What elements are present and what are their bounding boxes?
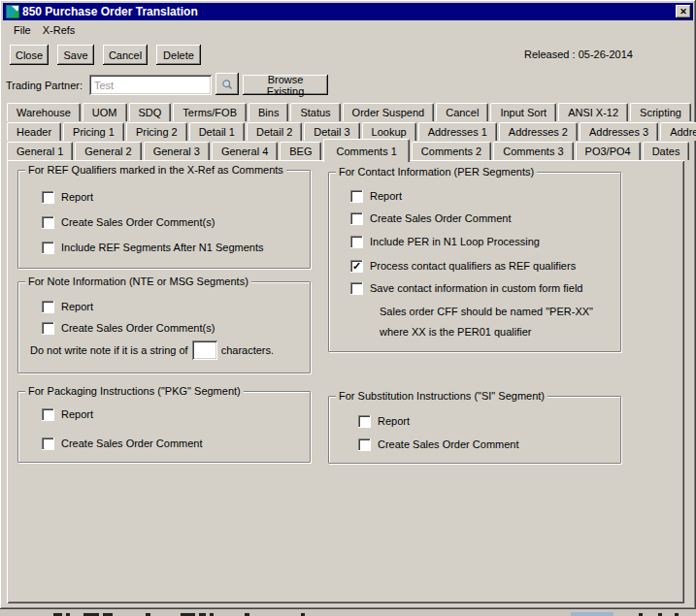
tab-row-3: General 1 General 2 General 3 General 4 … <box>7 142 689 160</box>
trading-partner-input[interactable] <box>89 75 212 95</box>
tab-status[interactable]: Status <box>290 103 340 121</box>
si-report-checkbox[interactable] <box>358 415 371 428</box>
tab-header[interactable]: Header <box>7 122 61 141</box>
group-note-information: For Note Information (NTE or MSG Segment… <box>17 281 311 373</box>
tab-po3-po4[interactable]: PO3/PO4 <box>576 142 641 160</box>
tab-addresses-4[interactable]: Addresses 4 <box>660 122 696 141</box>
tab-cancel[interactable]: Cancel <box>436 103 488 121</box>
ref-include-after-n1-label: Include REF Segments After N1 Segments <box>61 242 264 253</box>
per-cff-note-line-2: where XX is the PER01 qualifier <box>380 326 532 338</box>
pkg-create-comment-checkbox[interactable] <box>42 438 54 450</box>
close-icon[interactable] <box>676 5 691 18</box>
tab-terms-fob[interactable]: Terms/FOB <box>173 103 247 121</box>
group-contact-information-title: For Contact Information (PER Segments) <box>336 166 537 178</box>
dialog-window: 850 Purchase Order Translation File X-Re… <box>0 0 696 609</box>
group-note-information-title: For Note Information (NTE or MSG Segment… <box>25 276 251 287</box>
group-ref-qualifiers: For REF Qualifiers marked in the X-Ref a… <box>17 170 311 269</box>
tab-warehouse[interactable]: Warehouse <box>7 103 81 121</box>
nte-report-label: Report <box>61 301 93 312</box>
si-create-comment-checkbox[interactable] <box>358 438 371 451</box>
group-packaging-instructions-title: For Packaging Instructions ("PKG" Segmen… <box>25 385 244 397</box>
ref-report-label: Report <box>61 191 93 203</box>
group-substitution-instructions-title: For Substitution Instructions ("SI" Segm… <box>336 390 547 402</box>
group-substitution-instructions: For Substitution Instructions ("SI" Segm… <box>328 396 621 464</box>
per-report-checkbox[interactable] <box>350 190 363 203</box>
title-bar: 850 Purchase Order Translation <box>3 3 693 20</box>
tab-input-sort[interactable]: Input Sort <box>490 103 556 121</box>
per-include-n1-loop-checkbox[interactable] <box>350 236 363 248</box>
menu-file[interactable]: File <box>8 22 37 38</box>
cancel-button[interactable]: Cancel <box>103 45 148 65</box>
si-report-label: Report <box>378 415 410 427</box>
save-button[interactable]: Save <box>57 45 94 65</box>
tab-general-2[interactable]: General 2 <box>75 142 141 160</box>
ref-create-comments-label: Create Sales Order Comment(s) <box>61 216 215 228</box>
per-report-label: Report <box>370 190 402 202</box>
comments-1-panel: For REF Qualifiers marked in the X-Ref a… <box>7 160 684 603</box>
tab-pricing-2[interactable]: Pricing 2 <box>126 122 187 141</box>
ref-include-after-n1-checkbox[interactable] <box>42 242 54 254</box>
tab-scripting[interactable]: Scripting <box>630 103 691 121</box>
tab-comments-1[interactable]: Comments 1 <box>323 139 409 162</box>
tab-sdq[interactable]: SDQ <box>129 103 172 121</box>
search-button[interactable] <box>215 73 239 95</box>
tab-dates[interactable]: Dates <box>643 142 690 160</box>
tab-detail-2[interactable]: Detail 2 <box>247 122 302 141</box>
window-title: 850 Purchase Order Translation <box>22 5 676 18</box>
per-process-as-ref-checkbox[interactable] <box>350 260 363 273</box>
note-string-length-input[interactable] <box>192 340 217 360</box>
group-ref-qualifiers-title: For REF Qualifiers marked in the X-Ref a… <box>25 164 286 176</box>
pkg-report-label: Report <box>61 408 93 420</box>
delete-button[interactable]: Delete <box>156 45 201 65</box>
tab-addresses-2[interactable]: Addresses 2 <box>499 122 578 141</box>
group-contact-information: For Contact Information (PER Segments) R… <box>328 172 621 352</box>
nte-create-comments-label: Create Sales Order Comment(s) <box>61 322 215 334</box>
pkg-create-comment-label: Create Sales Order Comment <box>61 438 203 449</box>
tab-general-1[interactable]: General 1 <box>7 142 73 160</box>
tab-ansi-x12[interactable]: ANSI X-12 <box>558 103 628 121</box>
tab-general-3[interactable]: General 3 <box>144 142 210 160</box>
tab-pricing-1[interactable]: Pricing 1 <box>63 122 124 141</box>
toolbar: Close Save Cancel Delete <box>10 45 201 65</box>
per-cff-note-line-1: Sales order CFF should be named "PER-XX" <box>380 306 593 317</box>
per-include-n1-loop-label: Include PER in N1 Loop Processing <box>370 236 540 247</box>
trading-partner-label: Trading Partner: <box>6 80 83 91</box>
tab-bins[interactable]: Bins <box>249 103 288 121</box>
background-window-fragment <box>0 609 696 616</box>
tab-addresses-3[interactable]: Addresses 3 <box>580 122 658 141</box>
tab-detail-1[interactable]: Detail 1 <box>189 122 245 141</box>
search-icon <box>221 77 233 92</box>
pkg-report-checkbox[interactable] <box>42 408 54 421</box>
tab-row-1: Warehouse UOM SDQ Terms/FOB Bins Status … <box>7 103 691 121</box>
group-packaging-instructions: For Packaging Instructions ("PKG" Segmen… <box>17 391 311 463</box>
note-string-suffix-label: characters. <box>221 344 274 356</box>
note-string-prefix-label: Do not write note if it is a string of <box>30 344 188 356</box>
ref-report-checkbox[interactable] <box>42 191 54 204</box>
nte-create-comments-checkbox[interactable] <box>42 322 54 335</box>
per-create-comment-label: Create Sales Order Comment <box>370 212 512 224</box>
per-save-custom-field-checkbox[interactable] <box>350 282 363 295</box>
tab-addresses-1[interactable]: Addresses 1 <box>418 122 497 141</box>
per-process-as-ref-label: Process contact qualifiers as REF qualif… <box>370 260 576 272</box>
tab-comments-3[interactable]: Comments 3 <box>493 142 573 160</box>
tab-general-4[interactable]: General 4 <box>212 142 278 160</box>
menu-x-refs[interactable]: X-Refs <box>37 22 82 38</box>
per-save-custom-field-label: Save contact information in custom form … <box>370 282 582 294</box>
released-date-label: Released : 05-26-2014 <box>524 49 633 60</box>
close-button[interactable]: Close <box>10 45 49 65</box>
nte-report-checkbox[interactable] <box>42 301 54 313</box>
ref-create-comments-checkbox[interactable] <box>42 216 54 229</box>
app-icon <box>6 5 19 18</box>
tab-order-suspend[interactable]: Order Suspend <box>343 103 435 121</box>
tab-uom[interactable]: UOM <box>83 103 127 121</box>
tab-comments-2[interactable]: Comments 2 <box>412 142 491 160</box>
si-create-comment-label: Create Sales Order Comment <box>378 438 519 450</box>
menu-bar: File X-Refs <box>3 21 693 39</box>
per-create-comment-checkbox[interactable] <box>350 212 363 225</box>
browse-existing-button[interactable]: Browse Existing <box>243 75 328 95</box>
tab-beg[interactable]: BEG <box>280 142 321 160</box>
